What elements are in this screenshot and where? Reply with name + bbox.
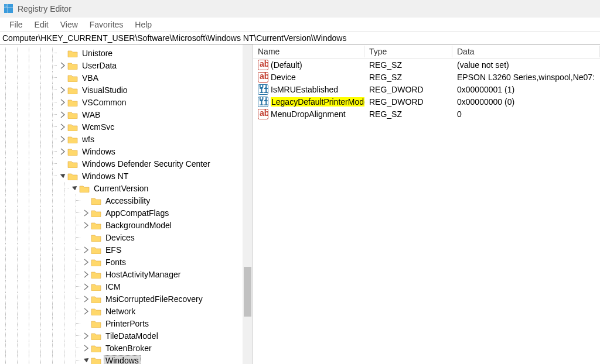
chevron-closed-icon[interactable] <box>82 246 90 254</box>
tree-item-label[interactable]: HostActivityManager <box>104 270 182 279</box>
tree-item[interactable]: HostActivityManager <box>0 268 253 280</box>
tree-item-label[interactable]: ICM <box>104 282 122 291</box>
tree-item-label[interactable]: WcmSvc <box>80 122 116 132</box>
tree-item[interactable]: Accessibility <box>0 194 253 207</box>
address-bar[interactable] <box>0 32 600 44</box>
tree-item-label[interactable]: Accessibility <box>104 196 152 205</box>
chevron-closed-icon[interactable] <box>82 295 90 303</box>
menu-view[interactable]: View <box>54 19 84 30</box>
menu-edit[interactable]: Edit <box>29 19 54 30</box>
tree-item-label[interactable]: PrinterPorts <box>104 319 151 328</box>
tree-item[interactable]: Network <box>0 305 253 317</box>
menu-file[interactable]: File <box>4 19 29 30</box>
value-row[interactable]: DeviceREG_SZEPSON L3260 Series,winspool,… <box>253 71 600 83</box>
tree-item[interactable]: Windows <box>0 354 253 364</box>
tree-item-label[interactable]: Devices <box>104 233 137 242</box>
column-name[interactable]: Name <box>253 46 364 57</box>
tree-item[interactable]: Windows <box>0 145 253 157</box>
value-row[interactable]: MenuDropAlignmentREG_SZ0 <box>253 108 600 120</box>
tree-item[interactable]: Unistore <box>0 47 253 59</box>
tree-item[interactable]: MsiCorruptedFileRecovery <box>0 293 253 305</box>
chevron-open-icon[interactable] <box>70 184 79 193</box>
tree-item-label[interactable]: CurrentVersion <box>92 184 150 193</box>
folder-icon <box>91 246 101 254</box>
tree-item-label[interactable]: Unistore <box>80 49 114 58</box>
chevron-closed-icon[interactable] <box>82 283 90 291</box>
tree-scroll-thumb[interactable] <box>244 267 251 317</box>
tree-item-label[interactable]: wfs <box>80 135 96 144</box>
value-data: (value not set) <box>452 60 600 70</box>
chevron-closed-icon[interactable] <box>59 147 67 156</box>
tree-item[interactable]: UserData <box>0 59 253 71</box>
tree-item-label[interactable]: VBA <box>80 73 100 83</box>
tree-item-label[interactable]: Windows Defender Security Center <box>80 159 212 169</box>
tree-item-label[interactable]: WAB <box>80 110 102 119</box>
chevron-closed-icon[interactable] <box>82 209 90 217</box>
chevron-closed-icon[interactable] <box>82 307 90 315</box>
tree-item-label[interactable]: Network <box>104 307 137 316</box>
value-name: MenuDropAlignment <box>271 109 346 119</box>
tree-item[interactable]: CurrentVersion <box>0 182 253 194</box>
tree-item[interactable]: Devices <box>0 231 253 243</box>
tree-item-label[interactable]: UserData <box>80 61 118 70</box>
value-row[interactable]: IsMRUEstablishedREG_DWORD0x00000001 (1) <box>253 83 600 95</box>
folder-icon <box>91 356 101 365</box>
tree-item[interactable]: BackgroundModel <box>0 219 253 231</box>
value-row[interactable]: LegacyDefaultPrinterModeREG_DWORD0x00000… <box>253 95 600 108</box>
tree-item[interactable]: VisualStudio <box>0 84 253 96</box>
values-pane[interactable]: Name Type Data (Default)REG_SZ(value not… <box>253 44 600 364</box>
tree-item[interactable]: Windows Defender Security Center <box>0 157 253 170</box>
chevron-closed-icon[interactable] <box>82 344 90 352</box>
tree-item[interactable]: EFS <box>0 243 253 256</box>
tree-item-label[interactable]: Windows NT <box>80 171 130 181</box>
tree-item-label[interactable]: VSCommon <box>80 98 128 107</box>
tree-item-label[interactable]: Windows <box>80 147 117 156</box>
tree-item-label[interactable]: EFS <box>104 245 123 255</box>
column-data[interactable]: Data <box>452 46 600 57</box>
tree-item[interactable]: TileDataModel <box>0 329 253 342</box>
chevron-closed-icon[interactable] <box>59 61 67 70</box>
tree-item-label[interactable]: Fonts <box>104 257 128 267</box>
chevron-closed-icon[interactable] <box>59 86 67 94</box>
tree-scrollbar[interactable] <box>243 44 253 364</box>
chevron-closed-icon[interactable] <box>59 98 67 107</box>
menu-help[interactable]: Help <box>129 19 158 30</box>
folder-icon <box>91 270 101 279</box>
folder-icon <box>67 74 78 82</box>
tree-item[interactable]: Windows NT <box>0 170 253 182</box>
tree-item-label[interactable]: TokenBroker <box>104 344 154 353</box>
menu-favorites[interactable]: Favorites <box>84 19 129 30</box>
tree-item[interactable]: AppCompatFlags <box>0 207 253 219</box>
tree-item-label[interactable]: Windows <box>104 355 141 365</box>
value-type: REG_DWORD <box>364 97 452 107</box>
chevron-closed-icon[interactable] <box>82 221 90 229</box>
tree-item[interactable]: WcmSvc <box>0 121 253 133</box>
chevron-closed-icon[interactable] <box>59 135 67 143</box>
address-input[interactable] <box>2 33 598 43</box>
tree-item-label[interactable]: TileDataModel <box>104 331 160 341</box>
chevron-closed-icon[interactable] <box>59 111 67 119</box>
tree-item[interactable]: ICM <box>0 280 253 293</box>
column-type[interactable]: Type <box>364 46 452 57</box>
chevron-closed-icon[interactable] <box>82 258 90 266</box>
folder-icon <box>91 258 101 266</box>
chevron-closed-icon[interactable] <box>82 270 90 279</box>
tree-item[interactable]: VBA <box>0 71 253 84</box>
tree-item-label[interactable]: VisualStudio <box>80 85 129 95</box>
tree-item[interactable]: PrinterPorts <box>0 317 253 329</box>
chevron-open-icon[interactable] <box>82 356 90 365</box>
tree-item[interactable]: wfs <box>0 133 253 145</box>
tree-item[interactable]: TokenBroker <box>0 342 253 354</box>
chevron-closed-icon[interactable] <box>59 123 67 131</box>
value-row[interactable]: (Default)REG_SZ(value not set) <box>253 59 600 71</box>
tree-item-label[interactable]: MsiCorruptedFileRecovery <box>104 294 204 304</box>
tree-item[interactable]: VSCommon <box>0 96 253 108</box>
value-data: 0 <box>452 109 600 119</box>
tree-item[interactable]: Fonts <box>0 256 253 268</box>
tree-item[interactable]: WAB <box>0 108 253 121</box>
tree-item-label[interactable]: BackgroundModel <box>104 221 173 230</box>
tree-pane[interactable]: UnistoreUserDataVBAVisualStudioVSCommonW… <box>0 44 253 364</box>
chevron-open-icon[interactable] <box>59 172 67 180</box>
tree-item-label[interactable]: AppCompatFlags <box>104 208 171 218</box>
chevron-closed-icon[interactable] <box>82 332 90 340</box>
